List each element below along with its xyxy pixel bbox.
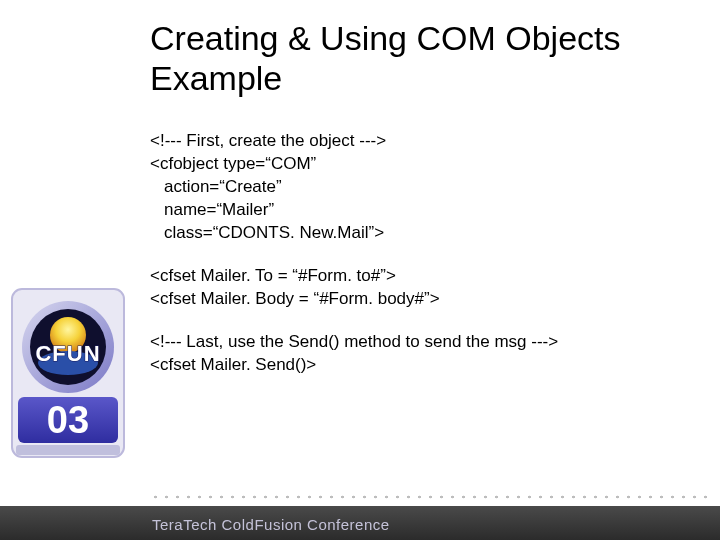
badge-year-text: 03 — [47, 399, 89, 441]
code-line: <cfset Mailer. Send()> — [150, 354, 690, 377]
slide: Creating & Using COM Objects Example <!-… — [0, 0, 720, 540]
svg-rect-6 — [16, 445, 120, 455]
footer-text: TeraTech ColdFusion Conference — [152, 516, 390, 533]
code-line: action=“Create” — [150, 176, 690, 199]
slide-title: Creating & Using COM Objects Example — [150, 18, 670, 98]
code-line: name=“Mailer” — [150, 199, 690, 222]
code-line: <!--- First, create the object ---> — [150, 130, 690, 153]
badge-top-text: CFUN — [35, 341, 100, 366]
code-line: class=“CDONTS. New.Mail”> — [150, 222, 690, 245]
code-block-3: <!--- Last, use the Send() method to sen… — [150, 331, 690, 377]
code-line: <cfset Mailer. Body = “#Form. body#”> — [150, 288, 690, 311]
code-block-2: <cfset Mailer. To = “#Form. to#”> <cfset… — [150, 265, 690, 311]
code-line: <!--- Last, use the Send() method to sen… — [150, 331, 690, 354]
code-line: <cfobject type=“COM” — [150, 153, 690, 176]
code-body: <!--- First, create the object ---> <cfo… — [150, 130, 690, 396]
code-line: <cfset Mailer. To = “#Form. to#”> — [150, 265, 690, 288]
code-block-1: <!--- First, create the object ---> <cfo… — [150, 130, 690, 245]
dotted-divider — [150, 494, 710, 500]
cfun-badge-icon: CFUN 03 — [8, 285, 128, 461]
